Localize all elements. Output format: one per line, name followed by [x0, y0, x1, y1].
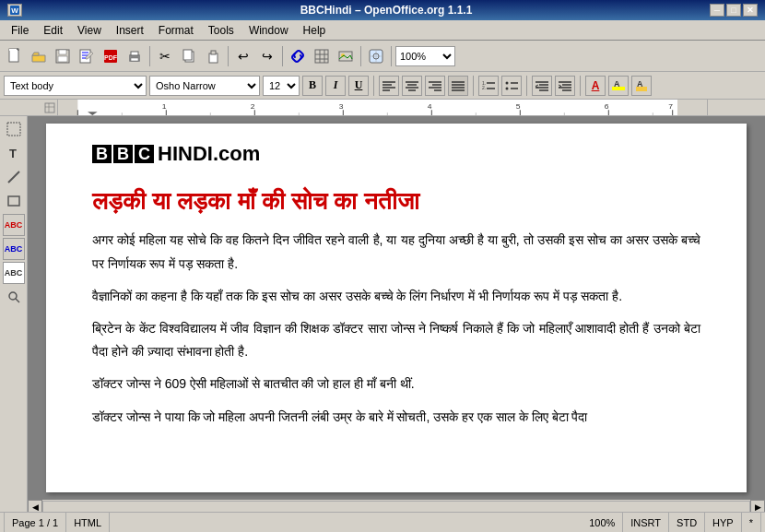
std-mode: STD [669, 513, 705, 532]
svg-text:2.: 2. [482, 85, 486, 90]
save-button[interactable] [52, 45, 74, 67]
doc-type: HTML [66, 513, 110, 532]
font-color-button[interactable]: A [585, 76, 606, 96]
increase-indent-button[interactable] [555, 76, 575, 96]
text-tool-button[interactable]: T [3, 142, 25, 164]
close-button[interactable]: ✕ [743, 4, 758, 17]
svg-rect-2 [9, 49, 18, 62]
bbc-letter-b2: B [113, 145, 133, 163]
svg-rect-16 [131, 58, 138, 61]
justify-button[interactable] [448, 76, 468, 96]
menu-item-view[interactable]: View [70, 22, 109, 39]
svg-rect-74 [677, 100, 707, 115]
undo-button[interactable]: ↩ [232, 45, 254, 67]
hyperlink-button[interactable] [287, 45, 309, 67]
left-toolbar: T ABC ABC ABC [0, 116, 28, 512]
svg-point-54 [506, 87, 509, 89]
cut-button[interactable]: ✂ [154, 45, 176, 67]
menu-item-help[interactable]: Help [296, 22, 334, 39]
ruler-content: 1 2 3 4 5 6 7 [57, 100, 708, 115]
toolbar: PDF ✂ ↩ ↪ 100% 75% 150% 200% [0, 41, 765, 72]
scroll-left-button[interactable]: ◀ [28, 500, 42, 512]
page-count: Page 1 / 1 [4, 513, 66, 532]
bbc-domain: HINDI.com [158, 142, 260, 166]
document-area[interactable]: B B C HINDI.com लड़की या लड़का माँ की सो… [28, 116, 765, 512]
selection-tool-button[interactable] [3, 118, 25, 140]
paste-button[interactable] [202, 45, 224, 67]
copy-button[interactable] [178, 45, 200, 67]
svg-text:6: 6 [605, 103, 609, 111]
scroll-right-button[interactable]: ▶ [750, 500, 765, 512]
open-button[interactable] [28, 45, 50, 67]
svg-point-52 [506, 81, 509, 84]
svg-text:T: T [9, 147, 17, 160]
svg-rect-7 [58, 56, 67, 62]
svg-rect-100 [8, 196, 19, 206]
document-page: B B C HINDI.com लड़की या लड़का माँ की सो… [46, 124, 747, 492]
svg-line-99 [8, 171, 19, 183]
scroll-track[interactable] [42, 501, 750, 512]
menu-item-tools[interactable]: Tools [201, 22, 241, 39]
bullets-button[interactable] [501, 76, 522, 96]
article-para-2: वैज्ञानिकों का कहना है कि यहाँ तक कि इस … [92, 285, 700, 308]
image-button[interactable] [335, 45, 357, 67]
article-para-5: डॉक्टर जोन्स ने पाया कि जो महिला अपनी जि… [92, 406, 700, 429]
svg-rect-6 [59, 50, 66, 54]
redo-button[interactable]: ↪ [256, 45, 278, 67]
zoom-percent: 100% [582, 513, 623, 532]
format-bar: Text body Osho Narrow 12 8 10 14 16 18 2… [0, 72, 765, 100]
svg-text:5: 5 [516, 103, 521, 111]
char-bg-button[interactable]: A [631, 76, 652, 96]
line-tool-button[interactable] [3, 166, 25, 188]
article-para-3: ब्रिटेन के केंट विश्वविद्यालय में जीव वि… [92, 317, 700, 363]
underline-button[interactable]: U [348, 76, 369, 96]
paragraph-style-selector[interactable]: Text body [4, 76, 147, 96]
navigator-button[interactable] [365, 45, 387, 67]
svg-rect-73 [58, 100, 77, 115]
abc-blue-button[interactable]: ABC [3, 238, 25, 260]
export-pdf-button[interactable]: PDF [100, 45, 122, 67]
maximize-button[interactable]: □ [726, 4, 741, 17]
article-para-1: अगर कोई महिला यह सोचे कि वह कितने दिन जी… [92, 229, 700, 275]
menu-item-window[interactable]: Window [241, 22, 296, 39]
bbc-logo: B B C HINDI.com [92, 142, 260, 166]
find-button[interactable] [3, 286, 25, 308]
align-center-button[interactable] [402, 76, 422, 96]
svg-rect-15 [131, 52, 138, 55]
menu-item-insert[interactable]: Insert [109, 22, 151, 39]
svg-rect-72 [58, 100, 707, 115]
horizontal-scrollbar[interactable]: ◀ ▶ [28, 500, 765, 512]
rectangle-tool-button[interactable] [3, 190, 25, 212]
svg-text:7: 7 [668, 103, 673, 111]
decrease-indent-button[interactable] [532, 76, 552, 96]
svg-text:4: 4 [428, 103, 432, 111]
bold-button[interactable]: B [302, 76, 323, 96]
italic-button[interactable]: I [325, 76, 346, 96]
align-right-button[interactable] [425, 76, 445, 96]
numbering-button[interactable]: 1.2. [478, 76, 499, 96]
bbc-boxes: B B C [92, 145, 154, 163]
menu-item-format[interactable]: Format [151, 22, 201, 39]
zoom-selector[interactable]: 100% 75% 150% 200% [395, 46, 455, 66]
font-selector[interactable]: Osho Narrow [149, 76, 260, 96]
app-icon: W [7, 4, 22, 17]
svg-rect-18 [183, 50, 192, 60]
bbc-letter-c: C [135, 145, 154, 163]
menu-item-edit[interactable]: Edit [36, 22, 70, 39]
edit-button[interactable] [76, 45, 98, 67]
abc-white-button[interactable]: ABC [3, 262, 25, 284]
menu-item-file[interactable]: File [4, 22, 36, 39]
svg-rect-20 [211, 51, 216, 54]
minimize-button[interactable]: ─ [710, 4, 724, 17]
table-button[interactable] [311, 45, 333, 67]
print-button[interactable] [124, 45, 146, 67]
window-title: BBCHindi – OpenOffice.org 1.1.1 [63, 4, 710, 17]
svg-point-101 [9, 292, 17, 300]
star-indicator: * [742, 513, 761, 532]
highlight-button[interactable]: A [608, 76, 629, 96]
new-button[interactable] [4, 45, 26, 67]
abc-red-button[interactable]: ABC [3, 214, 25, 236]
align-left-button[interactable] [379, 76, 399, 96]
font-size-selector[interactable]: 12 8 10 14 16 18 24 [263, 76, 300, 96]
insert-mode: INSRT [623, 513, 669, 532]
